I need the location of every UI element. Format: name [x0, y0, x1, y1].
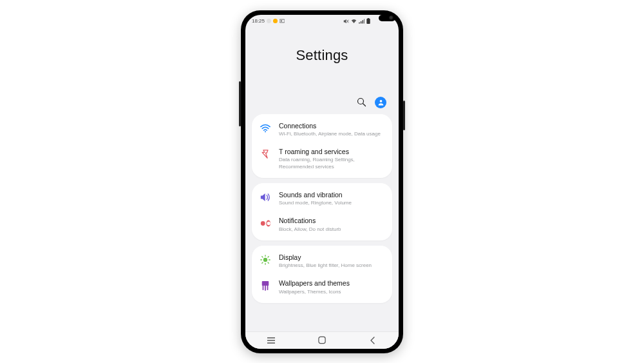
nav-home-button[interactable]: [309, 332, 335, 349]
camera-cutout: [379, 15, 395, 21]
settings-group: DisplayBrightness, Blue light filter, Ho…: [252, 246, 392, 303]
status-wifi-icon: [351, 19, 357, 24]
settings-item-title: Wallpapers and themes: [279, 279, 384, 288]
wallpaper-icon: [260, 280, 271, 291]
page-title: Settings: [256, 47, 388, 64]
home-icon: [317, 336, 327, 344]
settings-item-title: Display: [279, 253, 384, 262]
settings-item[interactable]: ConnectionsWi-Fi, Bluetooth, Airplane mo…: [252, 117, 392, 143]
roaming-icon: [260, 148, 271, 160]
phone-frame: 18:25: [241, 10, 403, 353]
svg-point-11: [260, 221, 265, 226]
status-battery-icon: [366, 18, 370, 24]
settings-item-subtitle: Brightness, Blue light filter, Home scre…: [279, 262, 384, 269]
nav-back-button[interactable]: [360, 332, 386, 349]
settings-item-subtitle: Data roaming, Roaming Settings, Recommen…: [279, 157, 384, 170]
settings-item-title: Notifications: [279, 217, 384, 225]
settings-item-text: Wallpapers and themesWallpapers, Themes,…: [279, 279, 384, 295]
svg-line-21: [262, 262, 263, 263]
display-icon: [260, 254, 271, 266]
status-bar: 18:25: [245, 15, 399, 28]
svg-rect-1: [281, 21, 282, 22]
settings-item[interactable]: NotificationsBlock, Allow, Do not distur…: [252, 211, 392, 238]
notification-icon: [260, 217, 271, 229]
status-indicator-1: [267, 19, 271, 23]
settings-item-text: NotificationsBlock, Allow, Do not distur…: [279, 217, 384, 233]
settings-item-text: ConnectionsWi-Fi, Bluetooth, Airplane mo…: [279, 122, 384, 138]
settings-item-text: DisplayBrightness, Blue light filter, Ho…: [279, 253, 384, 270]
settings-item[interactable]: T roaming and servicesData roaming, Roam…: [252, 142, 392, 175]
nav-recents-button[interactable]: [258, 332, 284, 349]
settings-item-title: Sounds and vibration: [279, 191, 384, 199]
settings-list[interactable]: ConnectionsWi-Fi, Bluetooth, Airplane mo…: [245, 114, 399, 331]
svg-line-7: [363, 104, 365, 106]
svg-point-9: [265, 131, 266, 132]
settings-item[interactable]: DisplayBrightness, Blue light filter, Ho…: [252, 248, 392, 275]
settings-item-subtitle: Sound mode, Ringtone, Volume: [279, 200, 384, 206]
settings-item-title: Connections: [279, 122, 384, 130]
wifi-icon: [260, 123, 271, 134]
status-card-icon: [279, 19, 285, 23]
settings-group: ConnectionsWi-Fi, Bluetooth, Airplane mo…: [252, 114, 392, 178]
screen: 18:25: [245, 15, 399, 349]
svg-line-18: [262, 257, 263, 257]
header: Settings: [245, 28, 399, 70]
search-button[interactable]: [355, 96, 368, 109]
svg-line-19: [268, 262, 269, 263]
status-signal-icon: [359, 19, 365, 24]
status-indicator-2: [273, 19, 278, 23]
svg-rect-22: [262, 281, 269, 286]
toolbar: [245, 70, 399, 114]
search-icon: [357, 97, 366, 107]
svg-rect-4: [368, 18, 370, 19]
settings-item-text: Sounds and vibrationSound mode, Ringtone…: [279, 191, 384, 207]
settings-item-title: T roaming and services: [279, 148, 384, 156]
system-nav-bar: [245, 331, 399, 349]
svg-point-8: [379, 100, 382, 103]
status-mute-icon: [343, 19, 349, 24]
settings-item[interactable]: Wallpapers and themesWallpapers, Themes,…: [252, 274, 392, 300]
settings-item-text: T roaming and servicesData roaming, Roam…: [279, 148, 384, 170]
settings-item-subtitle: Block, Allow, Do not disturb: [279, 226, 384, 233]
back-icon: [369, 337, 377, 344]
svg-point-12: [267, 222, 270, 225]
svg-point-6: [357, 99, 363, 104]
settings-item-subtitle: Wallpapers, Themes, Icons: [279, 289, 384, 295]
svg-rect-26: [319, 337, 325, 343]
settings-item[interactable]: Sounds and vibrationSound mode, Ringtone…: [252, 186, 392, 212]
status-time: 18:25: [252, 18, 265, 24]
settings-group: Sounds and vibrationSound mode, Ringtone…: [252, 183, 392, 240]
recents-icon: [266, 337, 276, 344]
account-button[interactable]: [374, 96, 387, 109]
svg-point-13: [263, 258, 267, 262]
sound-icon: [260, 191, 271, 203]
svg-line-20: [268, 257, 269, 257]
settings-item-subtitle: Wi-Fi, Bluetooth, Airplane mode, Data us…: [279, 131, 384, 137]
account-avatar-icon: [375, 97, 386, 108]
svg-rect-5: [366, 19, 370, 24]
